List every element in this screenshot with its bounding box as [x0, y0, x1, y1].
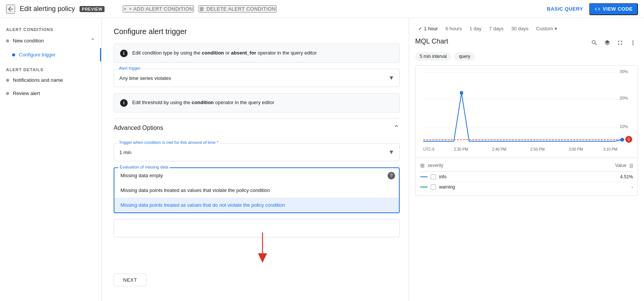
chart-area: 30% 20% 10% — [415, 65, 638, 196]
layers-button[interactable] — [602, 38, 612, 49]
info-icon-2: i — [120, 99, 128, 107]
dot-icon — [12, 53, 15, 56]
warning-checkbox[interactable] — [431, 184, 436, 190]
sidebar-item-configure-trigger[interactable]: Configure trigger — [0, 48, 101, 61]
plus-icon: + — [123, 6, 127, 12]
sidebar: ALERT CONDITIONS New condition ⌃ Configu… — [0, 18, 102, 301]
eval-option-not-violate[interactable]: Missing data points treated as values th… — [114, 198, 399, 212]
chart-tag-query[interactable]: query — [454, 52, 475, 61]
trigger-duration-field: Trigger when condition is met for this a… — [114, 143, 400, 161]
chart-top-bar: ✓ 1 hour 6 hours 1 day 7 days 30 days Cu… — [415, 24, 638, 33]
main-layout: ALERT CONDITIONS New condition ⌃ Configu… — [0, 18, 644, 301]
svg-marker-1 — [258, 253, 267, 263]
time-btn-7days[interactable]: 7 days — [486, 24, 506, 33]
legend-header: ⊞ severity Value ||| — [420, 161, 633, 172]
page-title: Edit alerting policy — [20, 5, 75, 13]
sidebar-item-notifications[interactable]: Notifications and name — [0, 73, 101, 87]
dot-icon — [6, 39, 9, 42]
dot-icon — [6, 79, 9, 82]
svg-text:30%: 30% — [620, 69, 628, 74]
more-vert-icon — [630, 39, 636, 46]
chart-svg: 30% 20% 10% — [416, 66, 638, 156]
chevron-up-icon: ⌃ — [393, 123, 400, 133]
eval-dropdown-label: Evaluation of missing data — [118, 165, 170, 169]
info-label: info — [439, 174, 617, 179]
time-btn-6hours[interactable]: 6 hours — [442, 24, 465, 33]
svg-text:0: 0 — [628, 137, 630, 142]
legend-columns-icon: ||| — [630, 163, 633, 168]
advanced-options-header[interactable]: Advanced Options ⌃ — [114, 119, 400, 137]
chart-panel: ✓ 1 hour 6 hours 1 day 7 days 30 days Cu… — [409, 18, 644, 301]
dot-icon — [6, 92, 9, 95]
layers-icon — [604, 39, 611, 46]
search-chart-button[interactable] — [589, 38, 599, 49]
alert-trigger-select[interactable]: Any time series violates — [114, 69, 400, 87]
view-code-button[interactable]: VIEW CODE — [589, 3, 638, 15]
svg-text:2:40 PM: 2:40 PM — [492, 147, 506, 151]
next-button[interactable]: NEXT — [114, 274, 147, 286]
eval-dropdown-menu: Missing data empty Missing data points t… — [114, 168, 399, 212]
info-checkbox[interactable] — [431, 174, 436, 179]
more-options-button[interactable] — [628, 38, 638, 49]
info-value: 4.51% — [620, 174, 633, 179]
delete-alert-condition-button[interactable]: 🗑 DELETE ALERT CONDITION — [199, 5, 277, 12]
svg-text:3:00 PM: 3:00 PM — [569, 147, 583, 151]
legend-row-info: info 4.51% — [420, 172, 633, 182]
trigger-duration-label: Trigger when condition is met for this a… — [117, 140, 220, 145]
advanced-options-title: Advanced Options — [114, 125, 163, 131]
fullscreen-button[interactable] — [615, 38, 625, 49]
collapse-icon: ⌃ — [90, 37, 95, 44]
add-alert-condition-button[interactable]: + + ADD ALERT CONDITION — [123, 5, 194, 12]
value-label: Value — [615, 163, 627, 168]
svg-text:3:10 PM: 3:10 PM — [603, 147, 617, 151]
time-btn-30days[interactable]: 30 days — [508, 24, 531, 33]
info-text-2: Edit threshold by using the condition op… — [132, 99, 274, 106]
time-btn-1hour[interactable]: ✓ 1 hour — [415, 24, 441, 33]
bottom-field-container — [114, 219, 400, 237]
chart-tag-interval[interactable]: 5 min interval — [415, 52, 451, 61]
alert-conditions-section-label: ALERT CONDITIONS — [0, 24, 101, 33]
eval-missing-data-field: Evaluation of missing data Missing data … — [114, 167, 400, 213]
legend-container: ⊞ severity Value ||| info 4.51% — [416, 158, 638, 195]
check-mark: ✓ — [418, 26, 422, 31]
eval-option-violate[interactable]: Missing data points treated as values th… — [114, 183, 399, 198]
warning-line — [420, 187, 428, 187]
alert-trigger-field: Alert trigger Any time series violates ▼ — [114, 69, 400, 87]
svg-text:UTC-5: UTC-5 — [423, 147, 435, 151]
sidebar-item-label: Configure trigger — [19, 52, 56, 58]
trigger-duration-select[interactable]: 1 min — [114, 143, 400, 161]
help-icon[interactable]: ? — [388, 172, 395, 179]
next-button-container: NEXT — [114, 274, 400, 286]
svg-rect-9 — [460, 91, 463, 94]
code-icon — [594, 6, 600, 12]
eval-option-empty[interactable]: Missing data empty — [114, 168, 399, 183]
info-box-1: i Edit condition type by using the condi… — [114, 44, 400, 63]
sidebar-item-new-condition[interactable]: New condition ⌃ — [0, 33, 101, 48]
sidebar-item-label: Review alert — [13, 90, 40, 96]
red-arrow-annotation — [251, 232, 274, 264]
svg-text:2:50 PM: 2:50 PM — [530, 147, 545, 151]
section-title: Configure alert trigger — [114, 27, 400, 36]
trash-icon: 🗑 — [199, 6, 205, 12]
svg-text:20%: 20% — [620, 96, 628, 100]
time-btn-1day[interactable]: 1 day — [466, 24, 485, 33]
basic-query-button[interactable]: BASIC QUERY — [547, 6, 583, 12]
alert-details-section-label: ALERT DETAILS — [0, 64, 101, 73]
fullscreen-icon — [617, 39, 624, 46]
chart-svg-container: 30% 20% 10% — [416, 66, 638, 158]
sidebar-item-label: New condition — [13, 38, 44, 44]
preview-badge: PREVIEW — [80, 6, 105, 12]
content-area: Configure alert trigger i Edit condition… — [102, 18, 409, 301]
info-line — [420, 176, 428, 177]
sidebar-item-review-alert[interactable]: Review alert — [0, 87, 101, 100]
time-btn-custom[interactable]: Custom ▾ — [533, 24, 560, 33]
warning-label: warning — [439, 184, 628, 190]
svg-text:10%: 10% — [620, 124, 628, 129]
chart-tags: 5 min interval query — [415, 52, 638, 61]
legend-grid-icon: ⊞ — [420, 162, 425, 168]
info-box-2: i Edit threshold by using the condition … — [114, 93, 400, 112]
back-button[interactable] — [6, 5, 15, 14]
search-icon — [591, 39, 598, 46]
alert-trigger-label: Alert trigger — [117, 66, 142, 70]
warning-value: - — [631, 184, 633, 190]
